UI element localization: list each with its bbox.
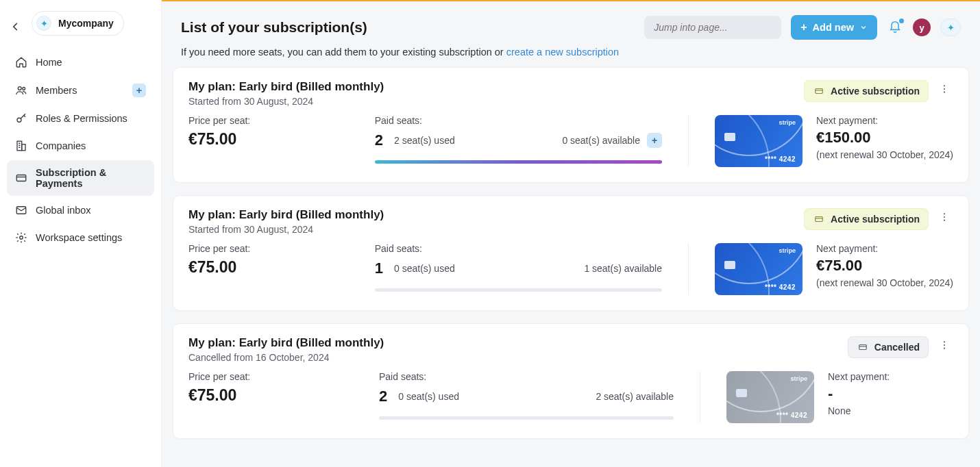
svg-point-0 <box>18 87 21 90</box>
sidebar-item-label: Roles & Permissions <box>36 113 127 124</box>
sidebar-item-companies[interactable]: Companies <box>7 133 154 159</box>
plan-date: Cancelled from 16 October, 2024 <box>188 352 848 363</box>
seats-available: 0 seat(s) available <box>562 135 640 146</box>
credit-card-icon <box>15 172 27 184</box>
add-new-label: Add new <box>813 22 854 33</box>
svg-point-14 <box>944 216 945 218</box>
svg-point-9 <box>944 85 945 86</box>
subscription-card: My plan: Early bird (Billed monthly) Sta… <box>173 195 969 311</box>
sidebar-item-label: Home <box>36 57 62 68</box>
subscription-card: My plan: Early bird (Billed monthly) Can… <box>173 323 969 439</box>
notice-text: If you need more seats, you can add them… <box>181 47 506 58</box>
add-new-button[interactable]: + Add new <box>791 15 877 40</box>
workspace-switcher[interactable]: ✦ Mycompany <box>32 11 124 36</box>
sidebar-item-roles[interactable]: Roles & Permissions <box>7 105 154 131</box>
svg-point-11 <box>944 92 945 93</box>
sidebar-item-label: Subscription & Payments <box>36 167 146 189</box>
sidebar-item-home[interactable]: Home <box>7 49 154 75</box>
plan-date: Started from 30 August, 2024 <box>188 96 804 107</box>
next-payment-label: Next payment: <box>816 243 953 254</box>
svg-point-13 <box>944 213 945 214</box>
sidebar-item-label: Workspace settings <box>36 232 122 243</box>
sidebar-item-label: Companies <box>36 140 86 151</box>
brand-chip-icon[interactable]: ✦ <box>940 18 961 36</box>
topbar: List of your subscription(s) + Add new y… <box>162 1 980 40</box>
plan-name: My plan: Early bird (Billed monthly) <box>188 80 804 94</box>
card-last4: **** 4242 <box>776 412 807 419</box>
price-label: Price per seat: <box>188 371 360 382</box>
seat-usage-bar <box>379 416 674 420</box>
create-subscription-link[interactable]: create a new subscription <box>506 47 619 58</box>
sidebar: ✦ Mycompany Home Members + Roles & Permi… <box>0 0 162 467</box>
status-badge: Active subscription <box>804 80 929 102</box>
plus-icon: + <box>800 21 807 34</box>
key-icon <box>15 112 27 125</box>
price-value: €75.00 <box>188 258 356 277</box>
add-member-icon[interactable]: + <box>132 84 146 97</box>
seats-count: 2 <box>375 131 383 149</box>
renewal-text: (next renewal 30 October, 2024) <box>816 277 953 288</box>
plan-name: My plan: Early bird (Billed monthly) <box>188 336 848 350</box>
svg-point-10 <box>944 88 945 90</box>
chevron-down-icon <box>859 23 868 31</box>
card-last4: **** 4242 <box>765 283 796 291</box>
home-icon <box>15 56 27 68</box>
svg-point-17 <box>944 341 945 342</box>
price-value: €75.00 <box>188 130 356 149</box>
more-menu-button[interactable] <box>935 80 953 98</box>
svg-rect-16 <box>859 345 867 350</box>
status-label: Active subscription <box>831 86 920 97</box>
seats-used: 2 seat(s) used <box>394 135 455 146</box>
card-brand: stripe <box>779 119 796 126</box>
next-payment-label: Next payment: <box>828 371 890 382</box>
sidebar-item-label: Members <box>36 85 77 96</box>
sidebar-item-label: Global inbox <box>36 205 91 216</box>
sidebar-item-settings[interactable]: Workspace settings <box>7 225 154 251</box>
status-badge: Active subscription <box>804 208 929 230</box>
seat-usage-bar <box>375 160 662 164</box>
payment-card-image: stripe **** 4242 <box>726 371 814 423</box>
svg-rect-8 <box>816 89 823 94</box>
payment-card-image: stripe **** 4242 <box>715 243 803 295</box>
payment-card-image: stripe **** 4242 <box>715 115 803 167</box>
status-badge: Cancelled <box>848 336 929 358</box>
sidebar-item-members[interactable]: Members + <box>7 77 154 104</box>
add-seat-button[interactable]: + <box>647 133 662 148</box>
search-input[interactable] <box>644 16 781 39</box>
next-payment-amount: €75.00 <box>816 257 953 275</box>
mail-icon <box>15 204 27 216</box>
workspace-name: Mycompany <box>58 18 114 29</box>
svg-point-2 <box>17 118 21 122</box>
page-title: List of your subscription(s) <box>181 19 367 36</box>
building-icon <box>15 140 27 152</box>
svg-point-15 <box>944 220 945 221</box>
status-label: Active subscription <box>831 214 920 225</box>
more-menu-button[interactable] <box>935 336 953 354</box>
more-menu-button[interactable] <box>935 208 953 226</box>
credit-card-icon <box>813 214 825 224</box>
svg-rect-12 <box>816 217 823 222</box>
price-value: €75.00 <box>188 386 360 405</box>
sidebar-item-subscription[interactable]: Subscription & Payments <box>7 160 154 196</box>
back-button[interactable] <box>7 18 23 35</box>
next-payment-amount: - <box>828 385 890 403</box>
gear-icon <box>15 231 27 244</box>
sidebar-item-inbox[interactable]: Global inbox <box>7 197 154 223</box>
seats-available: 1 seat(s) available <box>584 263 662 274</box>
next-payment-amount: €150.00 <box>816 129 953 147</box>
status-label: Cancelled <box>874 342 920 353</box>
avatar[interactable]: y <box>913 18 931 36</box>
svg-point-1 <box>23 88 25 90</box>
plan-name: My plan: Early bird (Billed monthly) <box>188 208 804 222</box>
card-last4: **** 4242 <box>765 155 796 163</box>
card-brand: stripe <box>790 375 807 382</box>
workspace-logo-icon: ✦ <box>36 16 51 31</box>
subscription-card: My plan: Early bird (Billed monthly) Sta… <box>173 67 969 183</box>
next-payment-label: Next payment: <box>816 115 953 126</box>
seats-count: 1 <box>375 260 383 277</box>
notifications-button[interactable] <box>887 19 903 36</box>
price-label: Price per seat: <box>188 115 356 126</box>
seats-used: 0 seat(s) used <box>394 263 455 274</box>
seats-label: Paid seats: <box>379 371 674 382</box>
seats-label: Paid seats: <box>375 115 662 126</box>
